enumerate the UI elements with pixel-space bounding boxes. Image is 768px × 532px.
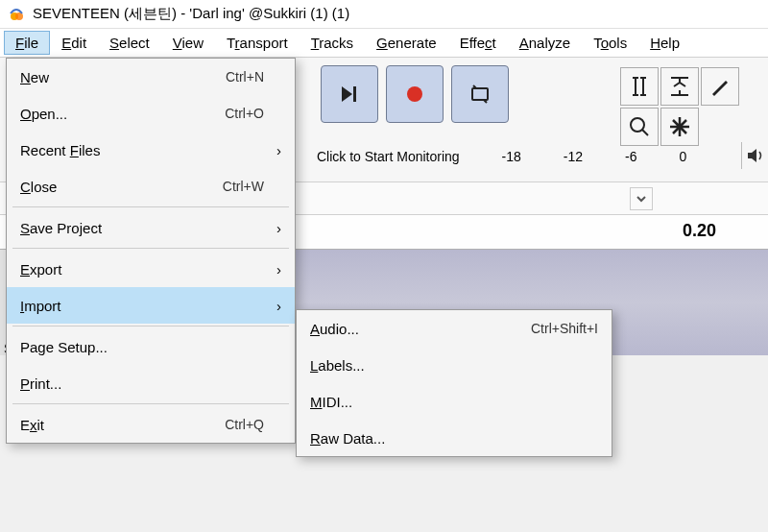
svg-rect-2 xyxy=(353,86,356,102)
title-bar: SEVENTEEN (세븐틴) - 'Darl ing' @Sukkiri (1… xyxy=(0,0,768,29)
zoom-tool-icon[interactable] xyxy=(620,108,659,146)
file-export[interactable]: Export› xyxy=(7,251,295,287)
meter-click-text: Click to Start Monitoring xyxy=(317,149,460,164)
skip-end-button[interactable] xyxy=(321,65,378,123)
file-page-setup[interactable]: Page Setup... xyxy=(7,328,295,365)
file-new[interactable]: NewCtrl+N xyxy=(7,59,295,95)
menu-select[interactable]: Select xyxy=(98,31,161,55)
svg-rect-4 xyxy=(472,88,488,100)
envelope-tool-icon[interactable] xyxy=(660,67,699,106)
menu-analyze[interactable]: Analyze xyxy=(508,31,582,55)
file-dropdown: NewCtrl+N Open...Ctrl+O Recent Files› Cl… xyxy=(6,58,296,444)
menu-help[interactable]: Help xyxy=(638,31,691,55)
menu-generate[interactable]: Generate xyxy=(365,31,448,55)
recording-meter[interactable]: Click to Start Monitoring -18 -12 -6 0 xyxy=(296,144,708,169)
file-open[interactable]: Open...Ctrl+O xyxy=(7,95,295,132)
multi-tool-icon[interactable] xyxy=(660,108,699,146)
import-submenu: Audio...Ctrl+Shift+I Labels... MIDI... R… xyxy=(296,309,612,457)
svg-point-1 xyxy=(15,12,23,20)
selection-tool-icon[interactable] xyxy=(620,67,659,106)
import-midi[interactable]: MIDI... xyxy=(297,383,612,420)
file-exit[interactable]: ExitCtrl+Q xyxy=(7,406,295,443)
file-recent[interactable]: Recent Files› xyxy=(7,132,295,168)
import-audio[interactable]: Audio...Ctrl+Shift+I xyxy=(297,310,612,347)
ruler-tick-0-20: 0.20 xyxy=(683,221,716,241)
file-close[interactable]: CloseCtrl+W xyxy=(7,168,295,205)
file-print[interactable]: Print... xyxy=(7,365,295,401)
speaker-icon[interactable] xyxy=(741,142,768,169)
import-raw-data[interactable]: Raw Data... xyxy=(297,420,612,456)
menu-edit[interactable]: Edit xyxy=(50,31,98,55)
menu-bar: FFileile Edit Select View Transport Trac… xyxy=(0,29,768,58)
file-save-project[interactable]: Save Project› xyxy=(7,209,295,246)
svg-point-5 xyxy=(631,118,644,132)
meter-zero: 0 xyxy=(680,149,687,164)
device-dropdown-chevron-icon[interactable] xyxy=(630,187,653,210)
menu-tracks[interactable]: Tracks xyxy=(300,31,365,55)
tool-grid xyxy=(620,67,739,146)
app-logo-icon xyxy=(8,6,25,23)
loop-button[interactable] xyxy=(451,65,509,123)
meter-minus-12: -12 xyxy=(564,149,583,164)
import-labels[interactable]: Labels... xyxy=(297,347,612,383)
menu-tools[interactable]: Tools xyxy=(582,31,638,55)
svg-point-3 xyxy=(407,86,422,102)
record-button[interactable] xyxy=(386,65,444,123)
menu-transport[interactable]: Transport xyxy=(215,31,300,55)
menu-file[interactable]: FFileile xyxy=(4,31,50,55)
file-import[interactable]: Import› xyxy=(7,287,295,324)
menu-view[interactable]: View xyxy=(161,31,215,55)
meter-minus-6: -6 xyxy=(625,149,636,164)
window-title: SEVENTEEN (세븐틴) - 'Darl ing' @Sukkiri (1… xyxy=(33,5,349,23)
menu-effect[interactable]: Effect xyxy=(448,31,508,55)
meter-minus-18: -18 xyxy=(502,149,521,164)
draw-tool-icon[interactable] xyxy=(701,67,739,106)
